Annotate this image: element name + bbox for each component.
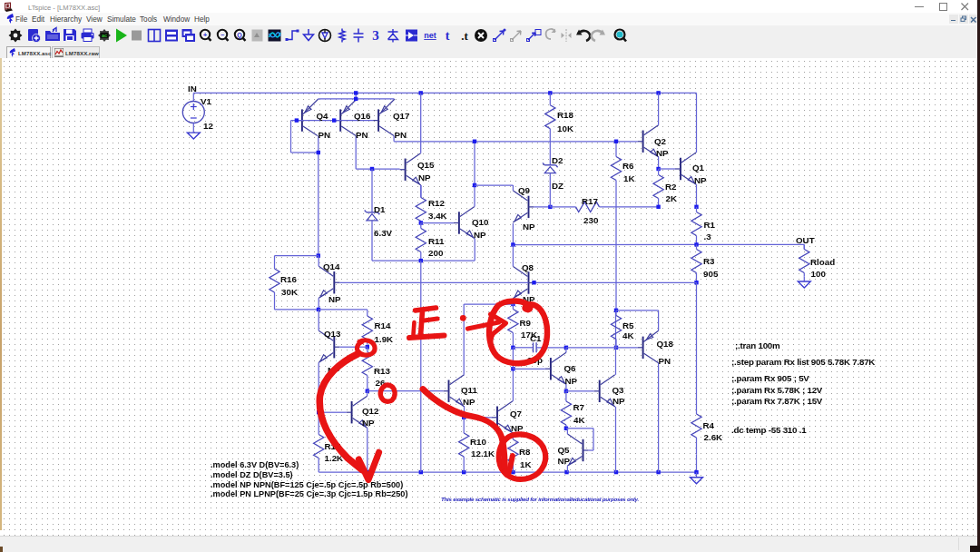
- svg-text:NP: NP: [362, 418, 375, 428]
- svg-text:R10: R10: [470, 436, 487, 446]
- svg-text:NP: NP: [612, 395, 625, 405]
- svg-text:ac: ac: [102, 33, 107, 38]
- svg-text:Q8: Q8: [522, 261, 534, 271]
- svg-text:Q14: Q14: [323, 261, 340, 271]
- svg-text:R5: R5: [622, 320, 634, 330]
- svg-text:R14: R14: [375, 320, 392, 330]
- svg-text:10K: 10K: [557, 123, 573, 133]
- svg-text:.model PN LPNP(BF=25 Cje=.3p C: .model PN LPNP(BF=25 Cje=.3p Cjc=1.5p Rb…: [211, 489, 408, 498]
- svg-text:Q7: Q7: [510, 408, 523, 418]
- svg-text:PN: PN: [356, 129, 368, 139]
- svg-text:R13: R13: [374, 366, 391, 376]
- svg-text:Q12: Q12: [362, 405, 379, 415]
- svg-text:.model 6.3V D(BV=6.3): .model 6.3V D(BV=6.3): [211, 460, 299, 469]
- svg-text:2.6K: 2.6K: [704, 431, 723, 441]
- svg-text:Q16: Q16: [354, 111, 371, 121]
- svg-text:1.9K: 1.9K: [375, 334, 394, 344]
- svg-text:Q6: Q6: [564, 363, 577, 373]
- svg-text:This example schematic is supp: This example schematic is supplied for i…: [441, 495, 639, 501]
- svg-text:200: 200: [428, 248, 444, 258]
- svg-text:PN: PN: [659, 355, 671, 365]
- svg-text:NP: NP: [328, 294, 341, 304]
- svg-text:3.4K: 3.4K: [428, 211, 447, 221]
- svg-text:100: 100: [811, 269, 827, 279]
- svg-text:R6: R6: [622, 160, 634, 170]
- svg-text:Q17: Q17: [393, 111, 410, 121]
- svg-text:;.param Rx 5.78K ; 12V: ;.param Rx 5.78K ; 12V: [731, 384, 823, 394]
- svg-text:Q15: Q15: [417, 160, 435, 170]
- svg-text:Q13: Q13: [324, 328, 341, 338]
- svg-text:R11: R11: [428, 235, 445, 245]
- svg-text:Q2: Q2: [654, 136, 667, 146]
- svg-text:1K: 1K: [623, 172, 635, 182]
- svg-text:1K: 1K: [520, 458, 532, 468]
- svg-text:;.step param Rx list 905 5.78K: ;.step param Rx list 905 5.78K 7.87K: [731, 357, 875, 367]
- svg-text:.t: .t: [461, 29, 468, 43]
- svg-text:C1: C1: [530, 333, 542, 343]
- svg-text:Q5: Q5: [558, 445, 571, 455]
- svg-text:Q18: Q18: [657, 338, 674, 348]
- svg-text:Q10: Q10: [472, 216, 489, 226]
- svg-text:.model DZ D(BV=3.5): .model DZ D(BV=3.5): [211, 470, 293, 479]
- svg-text:NP: NP: [565, 375, 578, 385]
- svg-text:R16: R16: [280, 274, 298, 284]
- svg-text:IN: IN: [188, 83, 197, 93]
- svg-text:NP: NP: [474, 229, 486, 239]
- svg-text:;.param Rx 905 ; 5V: ;.param Rx 905 ; 5V: [731, 373, 809, 383]
- svg-text:R8: R8: [519, 446, 531, 456]
- svg-text:4K: 4K: [622, 330, 634, 340]
- svg-text:6.3V: 6.3V: [374, 228, 393, 238]
- svg-text:12.1K: 12.1K: [471, 448, 495, 458]
- svg-text:PN: PN: [318, 129, 331, 139]
- svg-text:NP: NP: [694, 174, 707, 184]
- svg-text:PN: PN: [395, 129, 407, 139]
- svg-text:NP: NP: [558, 456, 571, 466]
- svg-text:12: 12: [203, 121, 213, 131]
- svg-text:.model NP NPN(BF=125 Cje=.5p C: .model NP NPN(BF=125 Cje=.5p Cjc=.5p Rb=…: [211, 479, 403, 488]
- svg-text:;.tran 100m: ;.tran 100m: [735, 340, 780, 350]
- svg-text:Q11: Q11: [461, 385, 478, 395]
- svg-text:;.param Rx 7.87K ; 15V: ;.param Rx 7.87K ; 15V: [731, 396, 823, 406]
- svg-text:905: 905: [703, 268, 719, 278]
- svg-text:R17: R17: [582, 195, 599, 205]
- svg-text:D2: D2: [552, 154, 564, 164]
- svg-text:NP: NP: [523, 221, 535, 231]
- svg-text:R3: R3: [703, 256, 715, 266]
- svg-text:−: −: [220, 32, 224, 38]
- svg-text:net: net: [424, 31, 436, 40]
- svg-text:230: 230: [583, 215, 599, 225]
- svg-text:3: 3: [372, 28, 379, 43]
- svg-text:t: t: [446, 29, 450, 43]
- svg-text:DZ: DZ: [552, 180, 564, 190]
- svg-text:Q: Q: [237, 32, 242, 39]
- svg-text:R7: R7: [573, 402, 585, 412]
- svg-text:NP: NP: [656, 148, 669, 158]
- svg-text:Q9: Q9: [518, 185, 531, 195]
- svg-text:NP: NP: [511, 422, 524, 432]
- svg-text:Q3: Q3: [612, 384, 625, 394]
- svg-text:R9: R9: [520, 317, 532, 327]
- svg-text:.dc temp -55 310 .1: .dc temp -55 310 .1: [731, 424, 807, 434]
- svg-text:OUT: OUT: [796, 234, 815, 244]
- svg-text:R4: R4: [703, 419, 715, 429]
- svg-text:+: +: [203, 32, 207, 38]
- svg-text:.3: .3: [704, 232, 712, 242]
- svg-text:Q1: Q1: [692, 163, 705, 172]
- svg-text:Rload: Rload: [810, 256, 835, 266]
- svg-text:4K: 4K: [573, 414, 585, 424]
- svg-text:R2: R2: [665, 182, 677, 192]
- svg-text:R1: R1: [704, 220, 716, 230]
- svg-text:Q4: Q4: [317, 111, 329, 121]
- svg-text:R18: R18: [557, 110, 574, 120]
- svg-text:R12: R12: [428, 198, 446, 208]
- svg-text:V1: V1: [201, 95, 212, 105]
- svg-text:2K: 2K: [666, 193, 678, 203]
- svg-text:NP: NP: [463, 397, 475, 407]
- svg-text:D1: D1: [374, 203, 386, 213]
- svg-text:NP: NP: [418, 172, 431, 182]
- svg-text:30K: 30K: [281, 286, 298, 296]
